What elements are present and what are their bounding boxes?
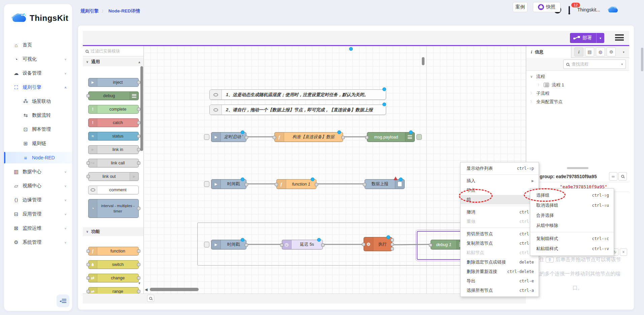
logo[interactable]: ThingsKit (11, 13, 68, 23)
sidebar-item-scene-linkage[interactable]: ⁂场景联动 (4, 96, 72, 107)
debug-toggle-button[interactable] (416, 134, 422, 140)
menu-item-copy[interactable]: 复制所选节点ctrl-c (461, 239, 539, 248)
tree-item-subflows[interactable]: 〉子流程 (526, 89, 629, 97)
user-menu[interactable]: Thingskit... (577, 7, 600, 12)
palette-category-function[interactable]: ∨功能 (83, 227, 144, 236)
inject-button[interactable] (204, 134, 209, 140)
flow-search[interactable]: ▾ (563, 60, 626, 69)
node-data-upload[interactable]: 数据上报 (365, 179, 405, 189)
palette-node-comment[interactable]: comment (88, 186, 139, 194)
deploy-button[interactable]: 部署 ▾ (570, 33, 604, 43)
palette-scroll-up-icon[interactable]: ▲ (138, 60, 141, 64)
menu-item-cut[interactable]: 剪切所选节点ctrl-x (461, 229, 539, 239)
palette-node-link-out[interactable]: ►link out (88, 172, 139, 181)
flow-search-input[interactable] (572, 62, 612, 67)
sidebar-item-device-management[interactable]: ☁设备管理∨ (4, 68, 72, 79)
sidebar-item-data-center[interactable]: ▥数据中心∨ (4, 166, 72, 178)
menu-item-redo[interactable]: 重做ctrl-y (461, 217, 539, 226)
palette-node-link-call[interactable]: ↪link call (88, 159, 139, 167)
group-link-button[interactable]: ∞ (609, 172, 617, 181)
palette-node-range[interactable]: ⇌range (88, 287, 139, 293)
group-search-button[interactable] (618, 172, 627, 181)
sidebar-item-system-management[interactable]: ⚙系统管理∨ (4, 237, 72, 248)
submenu-item-select-group[interactable]: 选择组ctrl-⇧g (530, 190, 614, 200)
sidebar-item-data-flow[interactable]: ⇆数据流转 (4, 110, 72, 121)
palette-scroll-down-icon[interactable]: ▼ (138, 281, 141, 285)
palette-node-complete[interactable]: !complete (88, 105, 139, 114)
submenu-item-merge-selection[interactable]: 合并选择 (530, 210, 614, 221)
palette-scrollbar[interactable] (140, 66, 143, 151)
notifications-button[interactable]: 12 (569, 7, 570, 13)
submenu-item-unselect-group[interactable]: 取消选择组ctrl-⇧u (530, 200, 614, 210)
menu-item-node[interactable]: 节点▶ (461, 186, 539, 195)
sidebar-item-visualization[interactable]: ◔可视化∨ (4, 53, 72, 65)
snapshot-button[interactable]: 快照 (533, 2, 561, 12)
palette-search[interactable] (83, 46, 144, 56)
menu-item-select-all[interactable]: 选择所有节点ctrl-a (461, 286, 539, 295)
sidebar-item-home[interactable]: ⌂首页 (4, 39, 72, 51)
hscroll-left-arrow[interactable]: ◀ (145, 287, 147, 292)
comment-node-1[interactable]: 1、这是动态生成随机温湿度；使用时，注意设置定时任务，默认为关闭。 (209, 89, 386, 100)
sidebar-item-edge-management[interactable]: ⟨⟩边缘管理∨ (4, 194, 72, 206)
palette-category-common[interactable]: ∨通用 (83, 57, 144, 66)
node-function-build-device-data[interactable]: f 构造【直连设备】数据 (274, 132, 343, 142)
sidebar-item-monitoring-ops[interactable]: ⊠监控运维∨ (4, 223, 72, 234)
debug-tab-button[interactable]: ◍ (596, 47, 605, 56)
deploy-caret[interactable]: ▾ (596, 33, 604, 43)
footer-search-button[interactable] (147, 295, 154, 302)
tip-close-button[interactable]: × (620, 248, 627, 256)
palette-node-catch[interactable]: !catch (88, 118, 139, 127)
sidebar-item-video-center[interactable]: ▱视频中心∨ (4, 180, 72, 192)
node-function-1[interactable]: f function 1 (276, 179, 316, 189)
submenu-item-remove-from-group[interactable]: 从组中移除 (530, 221, 614, 231)
vertical-scrollbar[interactable] (422, 57, 425, 65)
menu-item-undo[interactable]: 撤消ctrl-z (461, 207, 539, 217)
menu-item-delete-reconnect[interactable]: 删除并重新连接ctrl-delete (461, 267, 539, 276)
palette-node-debug[interactable]: debug (88, 91, 139, 100)
palette-search-input[interactable] (91, 49, 134, 53)
sidebar-item-script-management[interactable]: ⊡脚本管理 (4, 124, 72, 135)
inject-button[interactable] (204, 181, 209, 187)
submenu-item-copy-group-style[interactable]: 复制组样式ctrl-⇧c (530, 234, 614, 244)
config-tab-button[interactable]: ⚙ (607, 47, 616, 56)
menu-item-group[interactable]: 组▶ (461, 195, 539, 204)
palette-node-inject[interactable]: ►inject (88, 78, 139, 87)
sidebar-item-rule-chain[interactable]: ⊞规则链 (4, 138, 72, 149)
sidebar-item-app-management[interactable]: ⊟应用管理∨ (4, 208, 72, 220)
breadcrumb-rule-engine[interactable]: 规则引擎 (80, 8, 99, 14)
sidebar-item-node-red[interactable]: ≡Node-RED (4, 152, 72, 163)
comment-node-2[interactable]: 2、请自行，拖动一个【数据上报】节点，即可完成，【直连设备】数据上报 (209, 105, 386, 115)
node-exec[interactable]: ⚙ 执行 (364, 237, 392, 251)
palette-node-switch[interactable]: ⋔switch (88, 260, 139, 269)
palette-node-interval-timer[interactable]: ◔interval - multiples - timer (88, 199, 139, 218)
menu-item-delete[interactable]: 删除选定节点或链接delete (461, 258, 539, 267)
tree-item-flows[interactable]: ∨流程 (526, 72, 629, 81)
sidebar-caret[interactable]: ▾ (619, 47, 628, 56)
node-delay-5s[interactable]: ◷ 延迟 5s (282, 240, 323, 249)
menu-item-insert[interactable]: 插入▶ (461, 176, 539, 186)
sidebar-collapse-button[interactable]: ◂ (57, 294, 69, 307)
palette-node-status[interactable]: ≈status (88, 132, 139, 141)
menu-item-show-action-list[interactable]: 显示动作列表ctrl-⇧p (461, 164, 539, 173)
editor-menu-button[interactable] (615, 34, 624, 41)
node-debug-msg-payload[interactable]: msg.payload (367, 132, 415, 142)
info-tab-button[interactable]: i (574, 47, 583, 56)
panel-splitter[interactable] (567, 167, 588, 169)
palette-node-link-in[interactable]: ►link in (88, 145, 139, 154)
sidebar-item-rule-engine[interactable]: ⛶规则引擎∧ (4, 82, 72, 93)
help-tab-button[interactable]: ▤ (585, 47, 594, 56)
tab-info[interactable]: i信息 (526, 46, 571, 58)
avatar-cloud-icon[interactable] (608, 6, 618, 13)
example-button[interactable]: 案例 (513, 2, 528, 12)
submenu-item-paste-group-style[interactable]: 粘贴组样式ctrl-⇧v (530, 244, 614, 254)
page-scrollbar[interactable] (641, 48, 643, 71)
palette-node-change[interactable]: ⇄change (88, 274, 139, 282)
menu-item-paste[interactable]: 粘贴节点ctrl-v (461, 248, 539, 258)
tree-item-global-config[interactable]: 〉全局配置节点 (526, 97, 629, 106)
tree-item-flow1[interactable]: 〉流程 1 (526, 81, 629, 89)
horizontal-scrollbar[interactable] (150, 288, 199, 291)
palette-node-function[interactable]: ffunction (88, 247, 139, 255)
menu-item-export[interactable]: 导出ctrl-e (461, 276, 539, 286)
inject-button[interactable] (204, 242, 209, 247)
breadcrumb-node-red-detail[interactable]: Node-RED详情 (108, 8, 140, 14)
